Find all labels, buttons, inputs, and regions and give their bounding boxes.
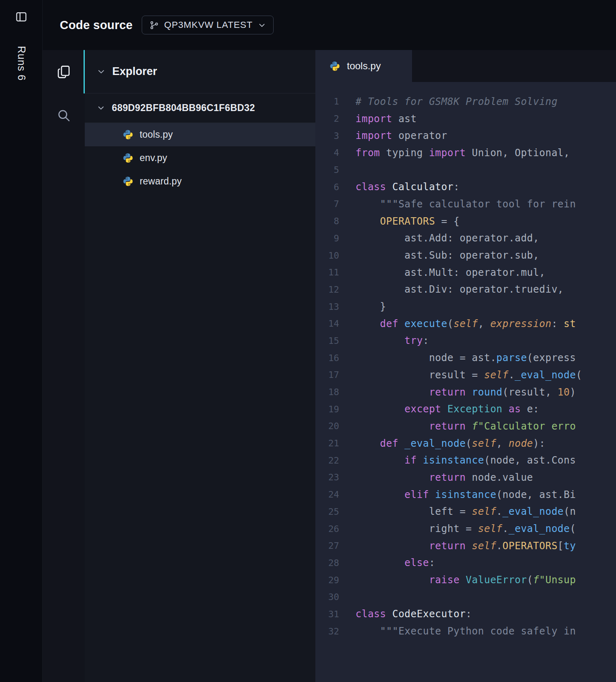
code-line: 11 ast.Mult: operator.mul, [315,264,616,281]
line-content: """Execute Python code safely in [339,625,576,637]
line-number: 5 [315,165,339,175]
files-icon [56,64,71,80]
line-number: 9 [315,233,339,243]
line-content: elif isinstance(node, ast.Bi [339,489,576,500]
activity-bar [43,50,85,682]
code-line: 26 right = self._eval_node( [315,520,616,537]
line-content: class Calculator: [339,181,460,193]
line-number: 23 [315,472,339,482]
line-content: import ast [339,113,417,125]
line-number: 1 [315,96,339,107]
code-line: 19 except Exception as e: [315,400,616,418]
line-content: ast.Sub: operator.sub, [339,250,539,261]
line-number: 26 [315,524,339,534]
line-number: 18 [315,387,339,397]
python-icon [122,152,134,164]
line-content: try: [339,335,429,346]
line-number: 21 [315,438,339,448]
tab-tools-py[interactable]: tools.py [315,50,412,82]
line-content: raise ValueError(f"Unsup [339,574,576,586]
line-content: ast.Div: operator.truediv, [339,284,564,295]
code-line: 12 ast.Div: operator.truediv, [315,281,616,298]
code-line: 18 return round(result, 10) [315,384,616,401]
code-line: 25 left = self._eval_node(n [315,503,616,521]
file-name: reward.py [140,176,182,187]
line-content: return round(result, 10) [339,386,576,398]
code-line: 2import ast [315,110,616,127]
chevron-down-icon [97,104,105,112]
line-content: # Tools for GSM8K Problem Solving [339,96,557,107]
line-content: OPERATORS = { [339,216,460,227]
activity-search-button[interactable] [43,93,85,137]
line-content: return self.OPERATORS[ty [339,540,576,552]
code-line: 9 ast.Add: operator.add, [315,230,616,247]
code-line: 24 elif isinstance(node, ast.Bi [315,486,616,503]
folder-row[interactable]: 689D92BFB804BB96C1F6BD32 [85,93,315,123]
explorer-header[interactable]: Explorer [85,50,315,93]
code-line: 4from typing import Union, Optional, [315,144,616,161]
line-number: 13 [315,302,339,312]
tab-label: tools.py [347,60,381,72]
editor: tools.py 1# Tools for GSM8K Problem Solv… [315,50,616,682]
python-icon [122,129,134,140]
line-content: } [339,301,386,312]
line-number: 7 [315,199,339,209]
line-number: 22 [315,455,339,466]
line-number: 15 [315,336,339,346]
line-content: left = self._eval_node(n [339,506,576,517]
file-list: tools.py env.py reward.py [85,123,315,193]
line-number: 6 [315,182,339,192]
code-line: 29 raise ValueError(f"Unsup [315,571,616,589]
python-icon [329,61,340,72]
line-content: return node.value [339,472,533,483]
line-number: 14 [315,318,339,329]
file-name: env.py [140,152,167,164]
line-number: 24 [315,489,339,500]
version-picker-button[interactable]: QP3MKVW LATEST [142,16,274,34]
code-line: 17 result = self._eval_node( [315,366,616,384]
runs-label[interactable]: Runs 6 [16,46,27,81]
code-area[interactable]: 1# Tools for GSM8K Problem Solving2impor… [315,82,616,682]
line-number: 31 [315,609,339,619]
file-item-tools-py[interactable]: tools.py [85,123,315,146]
line-number: 20 [315,421,339,431]
explorer-title: Explorer [112,65,157,78]
tab-icon-slot [329,61,340,72]
file-item-reward-py[interactable]: reward.py [85,170,315,193]
chevron-down-icon [258,21,266,29]
line-content: """Safe calculator tool for rein [339,198,576,210]
code-line: 5 [315,161,616,179]
code-line: 21 def _eval_node(self, node): [315,435,616,452]
line-number: 16 [315,353,339,363]
line-number: 27 [315,541,339,551]
code-line: 23 return node.value [315,469,616,486]
code-line: 16 node = ast.parse(express [315,349,616,366]
sidebar-toggle-button[interactable] [0,11,43,23]
code-line: 1# Tools for GSM8K Problem Solving [315,93,616,110]
explorer-panel: Explorer 689D92BFB804BB96C1F6BD32 tools.… [85,50,315,682]
code-line: 13 } [315,298,616,315]
page-title: Code source [60,18,133,32]
line-content: import operator [339,130,447,141]
code-line: 14 def execute(self, expression: st [315,315,616,332]
file-name: tools.py [140,129,173,140]
code-line: 28 else: [315,555,616,572]
left-rail: Runs 6 [0,0,43,682]
line-number: 12 [315,284,339,295]
file-item-env-py[interactable]: env.py [85,146,315,170]
line-number: 25 [315,507,339,517]
activity-files-button[interactable] [43,50,85,93]
code-line: 30 [315,589,616,606]
line-content: from typing import Union, Optional, [339,147,570,159]
line-content: def _eval_node(self, node): [339,438,545,449]
runs-rail: Runs 6 [0,46,43,81]
code-line: 32 """Execute Python code safely in [315,623,616,640]
line-content: return f"Calculator erro [339,421,576,432]
code-line: 7 """Safe calculator tool for rein [315,196,616,213]
code-line: 27 return self.OPERATORS[ty [315,537,616,555]
code-line: 15 try: [315,332,616,350]
line-content: node = ast.parse(express [339,352,576,364]
line-content: else: [339,557,435,568]
line-content: except Exception as e: [339,403,539,415]
code-line: 3import operator [315,127,616,144]
